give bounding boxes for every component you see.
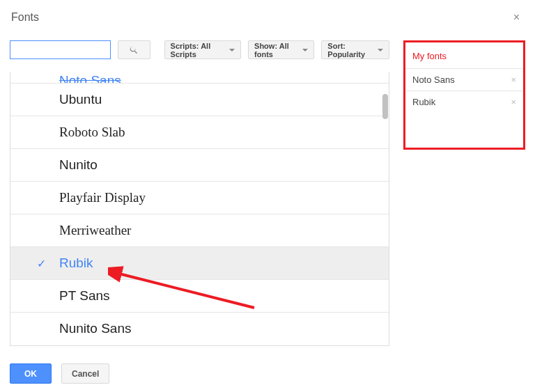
dialog-footer: OK Cancel	[10, 363, 109, 384]
cancel-button[interactable]: Cancel	[61, 363, 109, 384]
font-row[interactable]: Playfair Display	[10, 181, 389, 214]
font-name: Nunito	[59, 157, 98, 173]
font-name: Playfair Display	[59, 190, 146, 205]
font-row[interactable]: Nunito Sans	[10, 312, 389, 345]
main-row: Scripts: All Scripts Show: All fonts Sor…	[7, 40, 528, 346]
ok-button[interactable]: OK	[10, 363, 52, 384]
font-row[interactable]: Merriweather	[10, 214, 389, 246]
fonts-dialog: Fonts × Scripts: All Scripts Show: All f…	[0, 0, 535, 392]
chevron-down-icon	[302, 49, 308, 52]
font-row[interactable]: ✓Rubik	[10, 246, 389, 279]
font-row[interactable]: PT Sans	[10, 279, 389, 312]
chevron-down-icon	[378, 49, 383, 52]
remove-font-icon[interactable]: ×	[511, 75, 516, 85]
my-font-name: Noto Sans	[412, 75, 455, 85]
scripts-filter-label: Scripts: All Scripts	[171, 42, 225, 58]
search-input[interactable]	[10, 40, 111, 59]
ok-label: OK	[24, 369, 37, 379]
show-filter[interactable]: Show: All fonts	[248, 40, 314, 59]
my-font-item: Rubik×	[405, 91, 523, 113]
font-row[interactable]: Nunito	[10, 148, 389, 181]
remove-font-icon[interactable]: ×	[511, 97, 516, 107]
right-column: My fonts Noto Sans×Rubik×	[403, 40, 525, 346]
controls-row: Scripts: All Scripts Show: All fonts Sor…	[10, 40, 389, 59]
checkmark-icon: ✓	[37, 257, 46, 270]
my-font-item: Noto Sans×	[405, 68, 523, 91]
my-font-name: Rubik	[412, 97, 435, 107]
font-row[interactable]: Roboto Slab	[10, 116, 389, 148]
font-name: Ubuntu	[59, 92, 102, 107]
my-fonts-panel: My fonts Noto Sans×Rubik×	[403, 40, 525, 150]
my-fonts-title: My fonts	[405, 42, 523, 68]
left-column: Scripts: All Scripts Show: All fonts Sor…	[10, 40, 389, 346]
sort-filter[interactable]: Sort: Popularity	[321, 40, 389, 59]
dialog-header: Fonts ×	[7, 10, 528, 28]
chevron-down-icon	[229, 49, 235, 52]
font-row-partial[interactable]: Noto Sans	[10, 72, 389, 83]
font-name: Merriweather	[59, 223, 131, 238]
search-button[interactable]	[118, 40, 150, 59]
scrollbar-thumb[interactable]	[382, 94, 388, 119]
scripts-filter[interactable]: Scripts: All Scripts	[164, 40, 241, 59]
font-name: Roboto Slab	[59, 125, 125, 140]
font-name: PT Sans	[59, 288, 110, 304]
font-name: Noto Sans	[59, 73, 121, 83]
close-icon[interactable]: ×	[509, 10, 524, 25]
font-row[interactable]: Ubuntu	[10, 83, 389, 116]
cancel-label: Cancel	[72, 369, 99, 379]
font-name: Rubik	[59, 256, 93, 271]
show-filter-label: Show: All fonts	[254, 42, 298, 58]
sort-filter-label: Sort: Popularity	[327, 42, 373, 58]
search-icon	[129, 45, 139, 55]
font-name: Nunito Sans	[59, 321, 132, 336]
font-list[interactable]: Noto Sans UbuntuRoboto SlabNunitoPlayfai…	[10, 72, 389, 346]
dialog-title: Fonts	[11, 11, 39, 24]
